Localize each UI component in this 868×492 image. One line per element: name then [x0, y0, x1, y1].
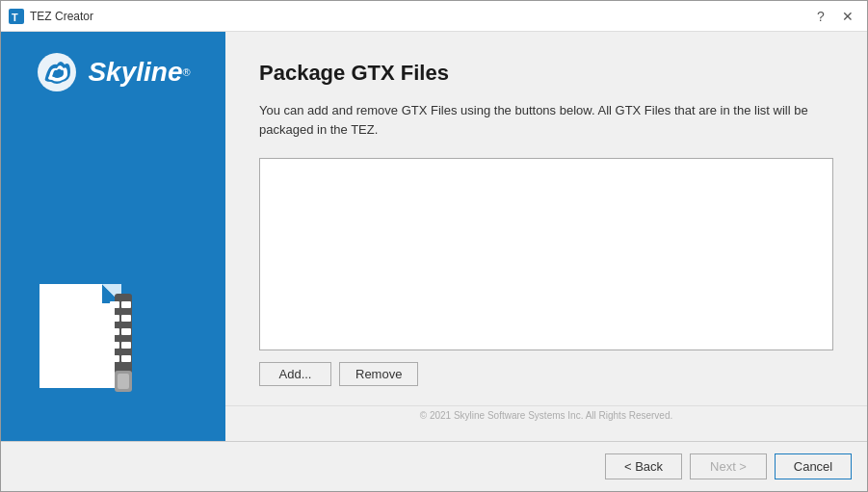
add-button[interactable]: Add... — [259, 362, 331, 386]
skyline-logo-icon — [36, 51, 78, 93]
copyright-text: © 2021 Skyline Software Systems Inc. All… — [225, 405, 867, 425]
svg-rect-13 — [110, 342, 119, 349]
logo-text-container: Skyline® — [88, 57, 190, 88]
page-description: You can add and remove GTX Files using t… — [259, 101, 833, 139]
skyline-logo: Skyline® — [36, 51, 190, 93]
svg-rect-14 — [121, 342, 131, 349]
title-bar-left: T TEZ Creator — [9, 9, 93, 24]
svg-text:T: T — [12, 12, 18, 23]
file-list[interactable] — [259, 158, 833, 350]
page-title: Package GTX Files — [259, 61, 833, 86]
close-button[interactable]: ✕ — [836, 5, 859, 28]
svg-rect-18 — [118, 374, 129, 389]
main-window: T TEZ Creator ? ✕ Skyline® — [0, 0, 868, 492]
svg-rect-7 — [110, 301, 119, 308]
cancel-button[interactable]: Cancel — [775, 453, 852, 479]
svg-rect-11 — [110, 328, 119, 335]
file-list-buttons: Add... Remove — [259, 362, 833, 386]
next-button[interactable]: Next > — [690, 453, 767, 479]
remove-button[interactable]: Remove — [339, 362, 418, 386]
sidebar-illustration — [30, 265, 155, 402]
main-panel: Package GTX Files You can add and remove… — [225, 32, 867, 441]
svg-rect-9 — [110, 315, 119, 322]
svg-rect-8 — [121, 301, 131, 308]
app-icon: T — [9, 9, 24, 24]
window-title: TEZ Creator — [30, 10, 93, 23]
bottom-bar: < Back Next > Cancel — [1, 441, 867, 491]
svg-rect-12 — [121, 328, 131, 335]
logo-trademark: ® — [182, 66, 190, 78]
title-bar-controls: ? ✕ — [809, 5, 859, 28]
help-button[interactable]: ? — [809, 5, 832, 28]
back-button[interactable]: < Back — [605, 453, 682, 479]
sidebar: Skyline® — [1, 32, 225, 441]
svg-rect-15 — [110, 355, 119, 362]
svg-rect-16 — [121, 355, 131, 362]
zip-file-illustration — [30, 265, 155, 400]
svg-rect-10 — [121, 315, 131, 322]
logo-text: Skyline — [88, 57, 182, 87]
title-bar: T TEZ Creator ? ✕ — [1, 1, 867, 32]
content-area: Skyline® — [1, 32, 867, 441]
